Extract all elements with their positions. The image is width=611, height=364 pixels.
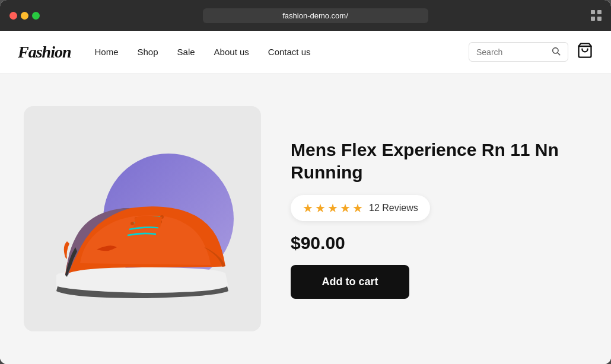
traffic-light-green[interactable] [32,12,40,20]
address-bar: fashion-demo.com/ [47,8,584,23]
star-4: ★ [340,201,351,215]
browser-chrome: fashion-demo.com/ [0,0,611,31]
star-rating: ★ ★ ★ ★ ★ [303,201,363,215]
product-image-container [24,106,261,331]
traffic-light-red[interactable] [9,12,17,20]
site-logo[interactable]: Fashion [18,43,71,62]
product-details: Mens Flex Experience Rn 11 Nn Running ★ … [291,139,587,299]
nav-link-contact[interactable]: Contact us [268,47,311,57]
nav-link-about[interactable]: About us [214,47,249,57]
search-icon [551,46,561,58]
nav-right [469,42,593,62]
product-price: $90.00 [291,233,587,253]
svg-point-6 [131,222,134,225]
navbar: Fashion Home Shop Sale About us Contact … [0,31,611,74]
url-input[interactable]: fashion-demo.com/ [203,8,428,23]
product-title: Mens Flex Experience Rn 11 Nn Running [291,139,587,183]
reviews-badge[interactable]: ★ ★ ★ ★ ★ 12 Reviews [291,195,430,221]
add-to-cart-button[interactable]: Add to cart [291,265,409,299]
nav-link-shop[interactable]: Shop [138,47,158,57]
svg-line-1 [558,53,560,55]
star-2: ★ [315,201,326,215]
browser-actions [591,10,602,21]
main-content: Mens Flex Experience Rn 11 Nn Running ★ … [0,74,611,364]
star-1: ★ [303,201,313,215]
grid-icon[interactable] [591,10,602,21]
traffic-lights [9,12,40,20]
product-image [33,136,252,302]
search-input[interactable] [476,47,548,57]
nav-links: Home Shop Sale About us Contact us [95,47,469,57]
star-5: ★ [352,201,363,215]
star-3: ★ [327,201,338,215]
browser-window: fashion-demo.com/ Fashion Home Shop Sale… [0,0,611,364]
review-count: 12 Reviews [369,203,418,213]
traffic-light-yellow[interactable] [21,12,28,20]
nav-link-home[interactable]: Home [95,47,119,57]
cart-icon[interactable] [577,42,593,62]
nav-link-sale[interactable]: Sale [177,47,195,57]
search-bar[interactable] [469,42,568,62]
website-content: Fashion Home Shop Sale About us Contact … [0,31,611,364]
shoe-svg [33,136,252,302]
